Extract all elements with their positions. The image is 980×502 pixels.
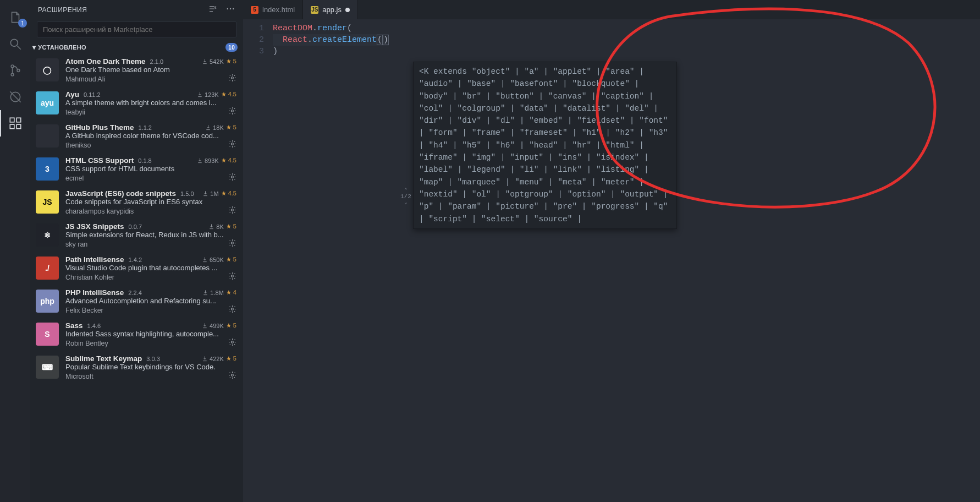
extension-icon: ⌨ [36, 356, 59, 379]
extensions-search-input[interactable] [37, 21, 236, 37]
extension-item[interactable]: ⌨ Sublime Text Keymap 3.0.3 422K ★ 5 Pop… [30, 351, 243, 384]
extension-name: Ayu [65, 90, 79, 99]
extension-version: 0.1.8 [138, 157, 151, 164]
svg-point-0 [10, 39, 18, 46]
activity-search[interactable] [0, 31, 30, 57]
extension-rating: ★ 5 [226, 223, 236, 230]
manage-extension-gear-icon[interactable] [228, 371, 236, 381]
extension-description: A simple theme with bright colors and co… [65, 99, 236, 107]
extension-description: Code snippets for JavaScript in ES6 synt… [65, 198, 236, 206]
extension-author: ecmel [65, 174, 84, 182]
extension-version: 2.2.4 [128, 290, 141, 296]
search-icon [8, 37, 23, 51]
extension-name: JS JSX Snippets [65, 222, 124, 231]
clear-search-icon[interactable] [208, 4, 218, 15]
download-icon [197, 157, 203, 163]
svg-point-16 [232, 143, 234, 145]
svg-point-20 [232, 275, 234, 277]
extension-name: Path Intellisense [65, 255, 124, 264]
svg-rect-10 [16, 118, 21, 122]
download-icon [202, 356, 208, 362]
manage-extension-gear-icon[interactable] [228, 173, 236, 183]
code-line: ReactDOM.render( [273, 23, 389, 34]
extension-author: Christian Kohler [65, 274, 114, 281]
installed-label: УСТАНОВЛЕНО [38, 44, 86, 51]
manage-extension-gear-icon[interactable] [228, 74, 236, 84]
manage-extension-gear-icon[interactable] [228, 239, 236, 249]
svg-point-14 [232, 77, 234, 79]
tab-label: app.js [322, 6, 342, 14]
manage-extension-gear-icon[interactable] [228, 272, 236, 282]
extension-item[interactable]: ⚛ JS JSX Snippets 0.0.7 8K ★ 5 Simple ex… [30, 219, 243, 252]
debug-icon [8, 90, 23, 104]
svg-point-3 [11, 73, 14, 76]
extension-name: JavaScript (ES6) code snippets [65, 189, 176, 198]
svg-point-4 [17, 69, 20, 72]
extension-author: thenikso [65, 141, 91, 149]
activity-git[interactable] [0, 57, 30, 84]
extension-description: CSS support for HTML documents [65, 165, 236, 173]
extension-author: charalampos karypidis [65, 208, 134, 215]
extension-author: sky ran [65, 241, 87, 248]
extension-version: 1.4.2 [129, 257, 142, 263]
extension-description: Advanced Autocompletion and Refactoring … [65, 297, 236, 305]
file-type-icon: JS [311, 6, 318, 14]
extension-icon: 3 [36, 157, 59, 181]
activity-debug[interactable] [0, 84, 30, 110]
extension-item[interactable]: ayu Ayu 0.11.2 123K ★ 4.5 A simple theme… [30, 87, 243, 120]
editor-area: 5 index.html JS app.js 1 2 3 ReactDOM.re… [243, 0, 980, 502]
extension-author: Robin Bentley [65, 340, 108, 347]
svg-point-22 [232, 341, 234, 343]
unsaved-indicator-icon [345, 8, 350, 12]
extension-downloads: 542K [202, 58, 224, 65]
extension-name: Atom One Dark Theme [65, 57, 146, 66]
extension-rating: ★ 5 [226, 322, 236, 329]
extension-item[interactable]: php PHP IntelliSense 2.2.4 1.8M ★ 4 Adva… [30, 285, 243, 318]
manage-extension-gear-icon[interactable] [228, 305, 236, 315]
installed-section-header[interactable]: ▾ УСТАНОВЛЕНО 10 [30, 42, 243, 54]
download-icon [202, 323, 208, 329]
extension-icon: ./ [36, 257, 59, 280]
download-icon [202, 290, 208, 296]
code-editor[interactable]: 1 2 3 ReactDOM.render( React.createEleme… [243, 19, 980, 57]
manage-extension-gear-icon[interactable] [228, 206, 236, 216]
extension-icon: ⚛ [36, 223, 59, 247]
extension-version: 1.5.0 [180, 190, 194, 197]
manage-extension-gear-icon[interactable] [228, 338, 236, 348]
download-icon [208, 223, 214, 230]
manage-extension-gear-icon[interactable] [228, 107, 236, 117]
extension-item[interactable]: ./ Path Intellisense 1.4.2 650K ★ 5 Visu… [30, 252, 243, 285]
download-icon [202, 190, 208, 197]
installed-count-badge: 10 [225, 43, 238, 52]
extension-downloads: 422K [202, 356, 224, 362]
extension-version: 3.0.3 [146, 356, 159, 362]
extension-rating: ★ 4.5 [221, 190, 236, 197]
sidebar-title: РАСШИРЕНИЯ [38, 6, 87, 14]
editor-tab[interactable]: 5 index.html [243, 0, 303, 19]
svg-point-23 [232, 374, 234, 376]
hint-overload-counter[interactable]: ⌃ 1/2 ⌄ [400, 188, 411, 206]
extension-item[interactable]: GitHub Plus Theme 1.1.2 18K ★ 5 A GitHub… [30, 120, 243, 153]
activity-explorer[interactable]: 1 [0, 4, 30, 31]
download-icon [197, 91, 203, 97]
code-line: React.createElement() [273, 34, 389, 46]
extension-item[interactable]: JS JavaScript (ES6) code snippets 1.5.0 … [30, 186, 243, 219]
extension-item[interactable]: 3 HTML CSS Support 0.1.8 893K ★ 4.5 CSS … [30, 153, 243, 186]
svg-point-17 [232, 176, 234, 178]
extension-item[interactable]: S Sass 1.4.6 499K ★ 5 Indented Sass synt… [30, 318, 243, 351]
extension-downloads: 650K [202, 257, 224, 263]
extension-rating: ★ 5 [226, 124, 236, 131]
more-actions-icon[interactable] [225, 4, 235, 15]
extension-version: 1.1.2 [139, 124, 152, 131]
editor-tab[interactable]: JS app.js [303, 0, 358, 19]
activity-extensions[interactable] [0, 110, 30, 137]
extension-author: Microsoft [65, 373, 93, 380]
tab-label: index.html [262, 6, 295, 14]
manage-extension-gear-icon[interactable] [228, 140, 236, 150]
extension-description: Popular Sublime Text keybindings for VS … [65, 363, 236, 371]
extension-name: Sass [65, 321, 83, 330]
extension-author: teabyii [65, 108, 85, 116]
svg-point-2 [11, 65, 14, 68]
extension-item[interactable]: ◯ Atom One Dark Theme 2.1.0 542K ★ 5 One… [30, 54, 243, 87]
svg-point-15 [232, 110, 234, 112]
